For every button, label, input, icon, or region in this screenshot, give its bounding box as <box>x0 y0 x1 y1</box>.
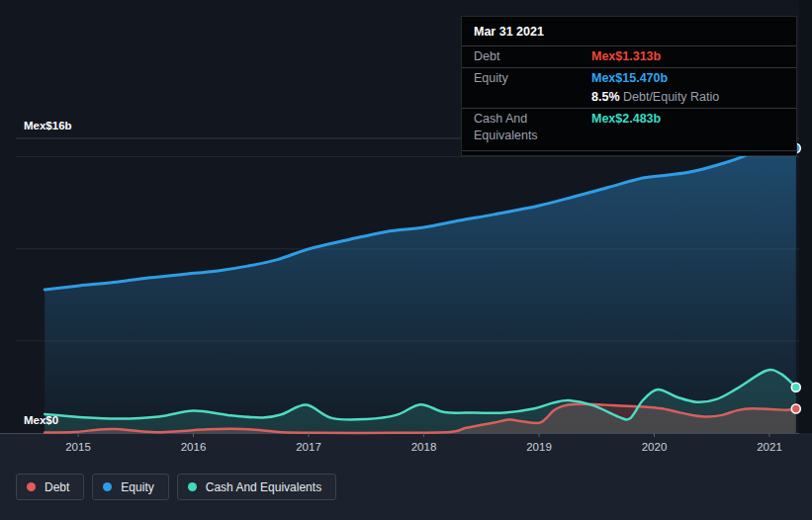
y-axis-label-bottom: Mex$0 <box>24 414 58 426</box>
tooltip-ratio-label: Debt/Equity Ratio <box>623 90 719 104</box>
x-axis-label-2017: 2017 <box>296 441 321 453</box>
plot-right-margin <box>799 0 812 433</box>
tooltip-cash-value: Mex$2.483b <box>591 111 661 128</box>
x-axis-label-2016: 2016 <box>181 441 207 453</box>
tooltip-ratio-value: 8.5% <box>591 90 620 104</box>
chart-tooltip: Mar 31 2021 Debt Mex$1.313b Equity Mex$1… <box>461 16 797 156</box>
tooltip-equity-value: Mex$15.470b <box>591 70 668 87</box>
tooltip-debt-row: Debt Mex$1.313b <box>462 45 796 67</box>
tooltip-equity-row: Equity Mex$15.470b <box>462 67 796 89</box>
legend-cash-label: Cash And Equivalents <box>206 480 321 494</box>
tooltip-cash-label: Cash And Equivalents <box>474 111 591 144</box>
tooltip-ratio: 8.5% Debt/Equity Ratio <box>591 89 719 106</box>
tooltip-debt-label: Debt <box>474 48 591 65</box>
legend-item-cash[interactable]: Cash And Equivalents <box>177 474 336 500</box>
x-axis-label-2021: 2021 <box>757 441 782 453</box>
tooltip-equity-label: Equity <box>474 70 591 87</box>
debt-end-marker[interactable] <box>791 404 800 413</box>
tooltip-debt-value: Mex$1.313b <box>591 48 661 65</box>
x-axis-label-2018: 2018 <box>411 441 437 453</box>
legend-equity-label: Equity <box>121 480 153 494</box>
tooltip-ratio-row: 8.5% Debt/Equity Ratio <box>462 89 796 108</box>
chart-legend: Debt Equity Cash And Equivalents <box>16 474 336 500</box>
x-axis-label-2020: 2020 <box>642 441 668 453</box>
legend-item-debt[interactable]: Debt <box>16 474 84 500</box>
legend-item-equity[interactable]: Equity <box>92 474 168 500</box>
equity-color-dot <box>103 482 112 491</box>
x-axis-label-2019: 2019 <box>526 441 552 453</box>
cash-and-equivalents-end-marker[interactable] <box>791 383 800 391</box>
cash-color-dot <box>188 482 197 491</box>
tooltip-cash-row: Cash And Equivalents Mex$2.483b <box>462 108 796 146</box>
y-axis-label-top: Mex$16b <box>24 120 72 131</box>
debt-color-dot <box>27 482 36 491</box>
legend-debt-label: Debt <box>45 480 69 494</box>
tooltip-date: Mar 31 2021 <box>462 17 796 45</box>
x-axis-label-2015: 2015 <box>65 441 91 453</box>
